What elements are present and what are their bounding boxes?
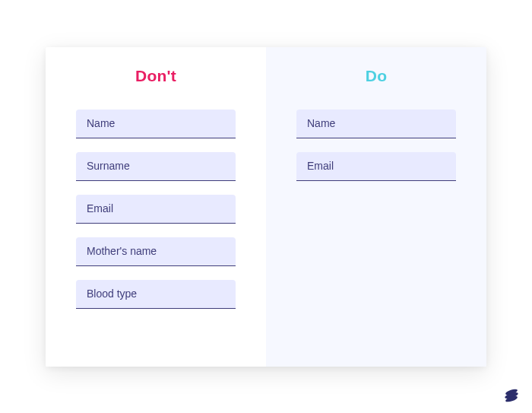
dont-field-blood-type[interactable]: Blood type bbox=[76, 280, 236, 309]
field-label: Blood type bbox=[87, 288, 137, 300]
do-field-email[interactable]: Email bbox=[296, 152, 456, 181]
field-label: Email bbox=[87, 202, 113, 214]
dont-field-name[interactable]: Name bbox=[76, 110, 236, 138]
field-label: Surname bbox=[87, 160, 130, 172]
comparison-card: Don't Name Surname Email Mother's name B… bbox=[46, 47, 486, 367]
dont-column: Don't Name Surname Email Mother's name B… bbox=[46, 47, 266, 367]
do-field-name[interactable]: Name bbox=[296, 110, 456, 138]
dont-title: Don't bbox=[65, 67, 246, 85]
do-title: Do bbox=[286, 67, 467, 85]
field-label: Name bbox=[87, 117, 115, 129]
do-column: Do Name Email bbox=[266, 47, 486, 367]
dont-field-mothers-name[interactable]: Mother's name bbox=[76, 237, 236, 266]
dont-field-email[interactable]: Email bbox=[76, 195, 236, 224]
brand-logo-icon bbox=[503, 387, 520, 404]
field-label: Name bbox=[307, 117, 335, 129]
dont-field-surname[interactable]: Surname bbox=[76, 152, 236, 181]
field-label: Email bbox=[307, 160, 334, 172]
field-label: Mother's name bbox=[87, 245, 157, 257]
